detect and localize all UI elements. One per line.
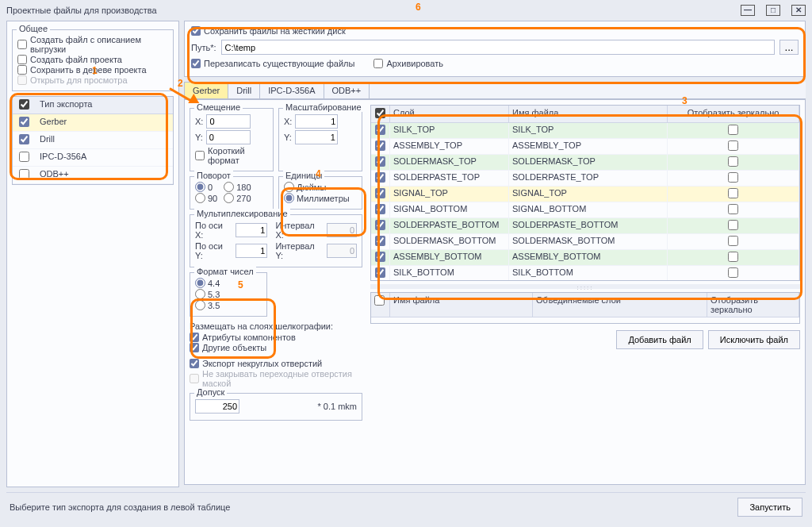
layer-chk[interactable] [375,125,385,135]
layers-table[interactable]: Слой Имя файла Отобразить зеркально SILK… [370,105,800,281]
minimize-button[interactable]: — [741,5,755,16]
silk-label: Размещать на слоях шелкографии: [190,321,362,331]
splitter-grip[interactable]: ::::: [370,284,800,289]
mplex-ay[interactable] [236,244,267,258]
layer-file: SOLDERPASTE_BOTTOM [509,218,668,233]
rot-90[interactable] [195,193,205,203]
layer-chk[interactable] [375,172,385,183]
layer-row[interactable]: SIGNAL_BOTTOM SIGNAL_BOTTOM [371,202,799,218]
browse-button[interactable]: ... [779,40,799,55]
offset-x[interactable] [206,114,251,129]
layer-row[interactable]: SOLDERPASTE_TOP SOLDERPASTE_TOP [371,171,799,187]
layer-chk[interactable] [375,267,385,278]
chk-archive[interactable] [373,59,383,68]
layer-row[interactable]: SOLDERMASK_TOP SOLDERMASK_TOP [371,155,799,171]
files-check-all[interactable] [374,295,385,306]
chk-noncirc[interactable] [190,359,199,368]
export-odb-chk[interactable] [19,169,29,179]
scale-x[interactable] [295,114,338,129]
mplex-ax[interactable] [236,223,267,237]
layer-row[interactable]: SILK_TOP SILK_TOP [371,123,799,139]
path-input[interactable] [221,40,775,55]
layer-name: SILK_BOTTOM [390,266,509,281]
chk-export-description[interactable] [17,40,27,49]
export-item-drill[interactable]: Drill [35,132,173,148]
tab-odb[interactable]: ODB++ [324,82,370,98]
layer-name: ASSEMBLY_BOTTOM [390,250,509,265]
layer-mirror[interactable] [728,220,738,230]
export-item-gerber[interactable]: Gerber [35,114,173,131]
layer-file: SOLDERPASTE_TOP [509,171,668,186]
layer-mirror[interactable] [728,125,738,135]
layer-row[interactable]: SOLDERMASK_BOTTOM SOLDERMASK_BOTTOM [371,234,799,250]
layer-chk[interactable] [375,252,385,262]
add-file-button[interactable]: Добавить файл [616,330,703,349]
layer-name: SOLDERPASTE_TOP [390,171,509,186]
nf-53[interactable] [195,289,205,299]
chk-save-disk[interactable] [191,26,201,36]
status-hint: Выберите тип экспорта для создания в лев… [10,502,230,512]
layer-name: SIGNAL_TOP [390,187,509,202]
rot-270[interactable] [224,193,234,203]
layer-chk[interactable] [375,188,385,198]
layer-file: SOLDERMASK_BOTTOM [509,234,668,249]
chk-project-file[interactable] [17,55,27,64]
chk-save-tree[interactable] [17,65,27,75]
layer-chk[interactable] [375,204,385,214]
chk-overwrite[interactable] [191,59,201,68]
layer-row[interactable]: SILK_BOTTOM SILK_BOTTOM [371,266,799,281]
nf-35[interactable] [195,300,205,310]
mplex-iy [327,244,357,258]
layer-file: SOLDERMASK_TOP [509,155,668,170]
chk-silk-other[interactable] [190,343,199,352]
layer-row[interactable]: ASSEMBLY_TOP ASSEMBLY_TOP [371,139,799,155]
layer-chk[interactable] [375,156,385,167]
nf-44[interactable] [195,278,205,288]
layer-name: SOLDERMASK_TOP [390,155,509,170]
chk-silk-attr[interactable] [190,333,199,342]
export-gerber-chk[interactable] [19,117,29,127]
export-drill-chk[interactable] [19,134,29,144]
layer-mirror[interactable] [728,156,738,167]
layers-check-all[interactable] [375,108,385,118]
export-item-odb[interactable]: ODB++ [35,167,173,183]
chk-short-format[interactable] [195,151,205,160]
layer-chk[interactable] [375,236,385,246]
files-table[interactable]: Имя файла Объединяемые слои Отобразить з… [370,292,800,324]
exclude-file-button[interactable]: Исключить файл [708,330,800,349]
export-ipc-chk[interactable] [19,152,29,162]
export-item-ipc[interactable]: IPC-D-356A [35,149,173,166]
rot-180[interactable] [224,182,234,192]
layer-mirror[interactable] [728,204,738,214]
offset-y[interactable] [206,130,251,144]
maximize-button[interactable]: □ [766,5,780,16]
run-button[interactable]: Запустить [737,498,802,517]
close-button[interactable]: ✕ [791,5,806,16]
layer-mirror[interactable] [728,172,738,183]
layer-name: ASSEMBLY_TOP [390,139,509,154]
layer-chk[interactable] [375,140,385,151]
layer-mirror[interactable] [728,267,738,278]
scale-y[interactable] [295,130,338,144]
unit-inch[interactable] [284,182,294,192]
export-check-all[interactable] [19,99,29,110]
tab-drill[interactable]: Drill [228,82,260,98]
layer-row[interactable]: SOLDERPASTE_BOTTOM SOLDERPASTE_BOTTOM [371,218,799,234]
tab-gerber[interactable]: Gerber [184,82,228,98]
layer-file: SILK_BOTTOM [509,266,668,281]
general-legend: Общее [17,24,50,33]
layer-mirror[interactable] [728,236,738,246]
rot-0[interactable] [195,182,205,192]
layer-chk[interactable] [375,220,385,230]
export-type-list[interactable]: Тип экспорта Gerber Drill IPC-D-356A ODB… [12,96,174,185]
layer-mirror[interactable] [728,252,738,262]
layer-row[interactable]: SIGNAL_TOP SIGNAL_TOP [371,187,799,202]
layer-mirror[interactable] [728,188,738,198]
layer-mirror[interactable] [728,140,738,151]
layer-file: SILK_TOP [509,123,668,138]
layer-row[interactable]: ASSEMBLY_BOTTOM ASSEMBLY_BOTTOM [371,250,799,266]
tolerance-input[interactable] [195,399,239,414]
layer-file: SIGNAL_BOTTOM [509,202,668,217]
unit-mm[interactable] [284,193,294,203]
tab-ipc[interactable]: IPC-D-356A [259,82,324,98]
